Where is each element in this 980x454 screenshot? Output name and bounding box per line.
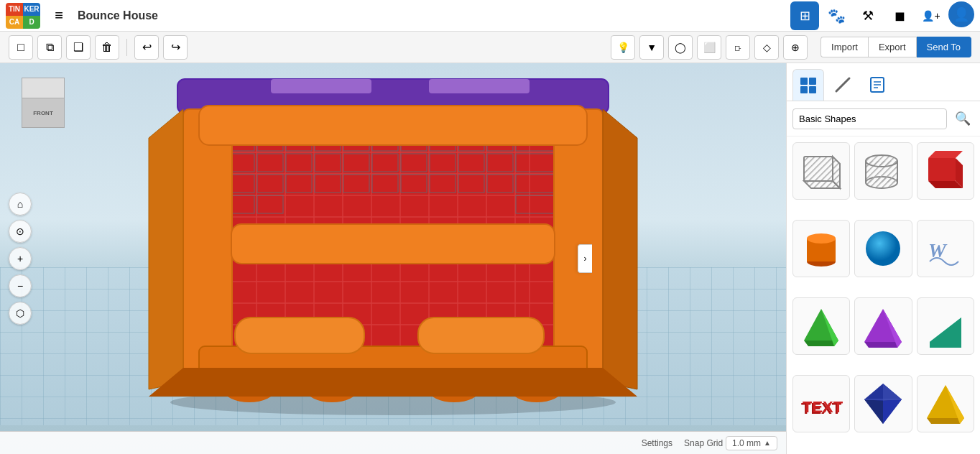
snap-grid-control[interactable]: Snap Grid 1.0 mm ▲ — [684, 436, 777, 450]
svg-rect-75 — [418, 318, 544, 353]
redo-button[interactable]: ↪ — [163, 35, 188, 60]
gallery-nav-icon[interactable]: 🐾 — [822, 1, 851, 30]
svg-marker-95 — [928, 181, 963, 188]
shapes-tab-icon — [799, 76, 818, 95]
tools-nav-icon[interactable]: ⚒ — [854, 1, 882, 30]
shape-sphere-solid[interactable] — [854, 220, 912, 277]
import-button[interactable]: Import — [820, 37, 868, 57]
avatar-nav-icon[interactable]: 👤 — [948, 1, 974, 27]
panel-collapse-button[interactable]: › — [578, 244, 592, 273]
add-profile-nav-icon[interactable]: 👤+ — [917, 1, 946, 30]
shape-pyramid-yellow[interactable] — [917, 375, 974, 432]
import-export-area: Import Export Send To — [820, 37, 971, 57]
shape-scribble[interactable]: W — [917, 220, 974, 277]
svg-marker-104 — [804, 340, 838, 346]
svg-marker-112 — [930, 318, 961, 348]
svg-point-93 — [866, 155, 897, 167]
search-shapes-button[interactable]: 🔍 — [951, 107, 974, 130]
navbar: TIN KER CA D ≡ Bounce House ⊞ 🐾 ⚒ ◼ 👤+ 👤 — [0, 0, 980, 32]
svg-marker-105 — [821, 309, 838, 346]
export-button[interactable]: Export — [868, 37, 917, 57]
svg-point-100 — [807, 233, 836, 244]
duplicate-button[interactable]: ❑ — [66, 35, 91, 60]
perspective-button[interactable]: ⬡ — [9, 302, 32, 325]
frame-button[interactable]: ⬜ — [697, 35, 721, 60]
shape-box-hole[interactable] — [792, 142, 850, 200]
shape-diamond-dark[interactable] — [854, 375, 912, 432]
shape-pyramid-purple[interactable] — [854, 297, 912, 355]
logo[interactable]: TIN KER CA D — [6, 3, 40, 29]
orbit-button[interactable]: ⊙ — [9, 220, 32, 243]
notes-tab-icon — [868, 75, 887, 94]
svg-marker-86 — [804, 181, 840, 188]
undo-button[interactable]: ↩ — [134, 35, 159, 60]
svg-rect-94 — [928, 158, 956, 181]
logo-tin: TIN — [6, 3, 23, 16]
left-controls: ⌂ ⊙ + − ⬡ — [9, 193, 32, 325]
panel-tabs — [787, 63, 980, 101]
svg-marker-122 — [946, 385, 964, 424]
grid-nav-icon[interactable]: ⊞ — [790, 1, 819, 30]
svg-rect-77 — [809, 78, 816, 85]
menu-icon[interactable]: ≡ — [47, 1, 70, 30]
shape-selector[interactable]: Basic Shapes Text & Numbers Connectors G… — [792, 108, 947, 129]
shapes-grid: W — [787, 136, 980, 454]
delete-button[interactable]: 🗑 — [95, 35, 119, 60]
svg-marker-116 — [883, 384, 902, 401]
svg-rect-74 — [235, 318, 364, 353]
svg-point-89 — [866, 177, 897, 188]
shape-cylinder-solid[interactable] — [792, 220, 850, 277]
home-view-button[interactable]: ⌂ — [9, 193, 32, 216]
svg-rect-76 — [800, 78, 808, 85]
shape-pyramid-green[interactable] — [792, 297, 850, 355]
svg-rect-65 — [231, 224, 555, 264]
svg-marker-107 — [864, 342, 902, 348]
light-button[interactable]: 💡 — [611, 35, 635, 60]
svg-point-98 — [807, 256, 836, 267]
hide-objects-button[interactable]: ◯ — [668, 35, 693, 60]
logo-d: D — [23, 16, 40, 29]
zoom-in-button[interactable]: + — [9, 247, 32, 270]
copy-button[interactable]: ⧉ — [37, 35, 62, 60]
shape-box-solid[interactable] — [917, 142, 974, 200]
tab-ruler[interactable] — [827, 69, 859, 101]
view-cube[interactable]: TOP FRONT — [14, 69, 72, 126]
light-dropdown-button[interactable]: ▼ — [639, 35, 664, 60]
svg-marker-87 — [833, 157, 840, 188]
svg-rect-85 — [804, 157, 833, 181]
group-button[interactable]: ⊕ — [783, 35, 808, 60]
shape-cylinder-hole[interactable] — [854, 142, 912, 200]
zoom-out-button[interactable]: − — [9, 274, 32, 297]
tab-notes[interactable] — [861, 69, 893, 101]
toolbar: □ ⧉ ❑ 🗑 ↩ ↪ 💡 ▼ ◯ ⬜ ⟥ ◇ ⊕ Import Export … — [0, 32, 980, 63]
box-nav-icon[interactable]: ◼ — [885, 1, 914, 30]
new-button[interactable]: □ — [9, 35, 33, 60]
tab-shapes[interactable] — [792, 69, 824, 101]
project-title: Bounce House — [78, 9, 158, 22]
send-to-button[interactable]: Send To — [917, 37, 971, 57]
svg-text:TEXT: TEXT — [801, 399, 842, 417]
svg-marker-120 — [927, 385, 964, 418]
viewport[interactable]: TOP FRONT ⌂ ⊙ + − ⬡ › — [0, 63, 786, 454]
svg-marker-71 — [149, 109, 183, 389]
ruler-tab-icon — [833, 75, 852, 94]
status-bar: Settings Snap Grid 1.0 mm ▲ — [0, 431, 786, 454]
snap-grid-value: 1.0 mm — [732, 438, 761, 448]
shape-wedge-teal[interactable] — [917, 297, 974, 355]
settings-link[interactable]: Settings — [642, 438, 672, 448]
snap-grid-arrow[interactable]: ▲ — [764, 439, 771, 447]
shape-text-3d[interactable]: TEXT TEXT — [792, 375, 850, 432]
toolbar-right: 💡 ▼ ◯ ⬜ ⟥ ◇ ⊕ Import Export Send To — [611, 35, 971, 60]
svg-marker-118 — [883, 399, 902, 424]
snap-grid-value-control[interactable]: 1.0 mm ▲ — [726, 436, 777, 450]
svg-marker-115 — [864, 384, 902, 424]
mirror-button[interactable]: ◇ — [754, 35, 779, 60]
bounce-house-3d — [127, 66, 659, 418]
svg-rect-90 — [866, 161, 897, 182]
svg-rect-3 — [271, 79, 371, 93]
align-button[interactable]: ⟥ — [726, 35, 750, 60]
svg-rect-64 — [199, 106, 587, 145]
logo-ker: KER — [23, 3, 40, 16]
svg-marker-96 — [956, 158, 963, 188]
cube-front-face: FRONT — [22, 98, 65, 128]
